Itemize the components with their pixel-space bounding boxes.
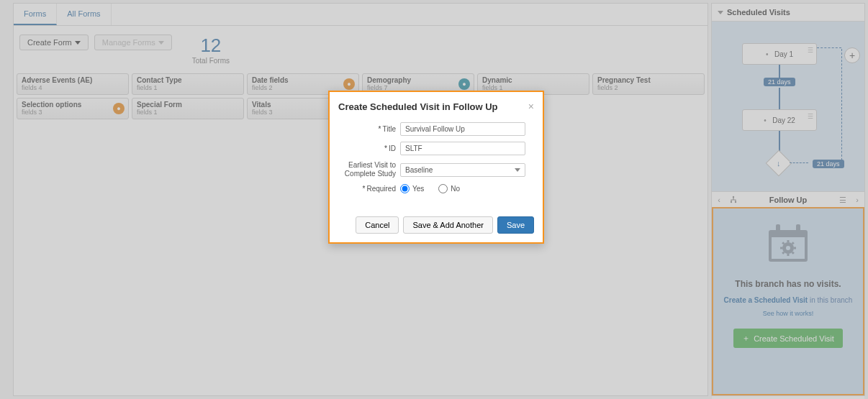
visit-node-day1[interactable]: • Day 1 ☰ — [742, 43, 817, 65]
svg-line-15 — [782, 252, 784, 254]
form-status-icon: ● — [458, 78, 470, 90]
form-name: Dynamic — [482, 76, 584, 84]
manage-forms-label: Manage Forms — [102, 38, 155, 47]
required-label: Required — [366, 185, 396, 193]
branch-prev-button[interactable]: ‹ — [712, 196, 726, 204]
form-name: Pregnancy Test — [597, 76, 700, 84]
required-no-radio[interactable]: No — [438, 184, 460, 193]
decision-diamond[interactable]: ↓ — [766, 150, 792, 177]
svg-line-14 — [792, 252, 794, 254]
svg-line-13 — [782, 242, 784, 244]
form-fields: fields 3 — [22, 109, 124, 116]
form-status-icon: ● — [343, 78, 355, 90]
form-card[interactable]: Contact Typefields 1 — [132, 73, 244, 95]
svg-point-0 — [733, 196, 734, 198]
form-name: Demography — [367, 76, 469, 84]
title-field[interactable] — [400, 122, 525, 136]
total-forms-count: 12 Total Forms — [192, 35, 230, 65]
form-fields: fields 2 — [597, 84, 700, 91]
earliest-label: Earliest Visit to Complete Study — [345, 161, 396, 178]
tabs: Forms All Forms — [14, 4, 707, 26]
bullet-icon: • — [764, 116, 771, 124]
menu-icon[interactable]: ☰ — [808, 47, 813, 54]
save-button[interactable]: Save — [497, 216, 534, 234]
empty-branch-message: This branch has no visits. — [735, 279, 841, 289]
form-name: Contact Type — [137, 76, 239, 84]
manage-forms-button[interactable]: Manage Forms — [94, 35, 172, 50]
create-visit-link[interactable]: Create a Scheduled Visit — [724, 296, 808, 304]
plus-button[interactable]: + — [844, 47, 860, 63]
visit-node-day22[interactable]: • Day 22 ☰ — [742, 109, 817, 131]
scheduled-visits-header[interactable]: Scheduled Visits — [712, 4, 864, 22]
save-add-another-button[interactable]: Save & Add Another — [403, 216, 492, 234]
branch-next-button[interactable]: › — [850, 196, 864, 204]
form-card[interactable]: Adverse Events (AE)fields 4 — [17, 73, 129, 95]
plus-icon: ＋ — [742, 333, 750, 344]
menu-icon[interactable]: ☰ — [808, 113, 813, 120]
form-card[interactable]: Selection optionsfields 3● — [17, 98, 129, 119]
svg-point-8 — [786, 246, 790, 250]
form-status-icon: ● — [113, 103, 125, 114]
create-form-label: Create Form — [27, 38, 72, 47]
title-label: Title — [382, 125, 396, 133]
form-name: Special Form — [137, 101, 239, 109]
visit-day22-label: Day 22 — [772, 116, 795, 124]
calendar-gear-icon — [763, 221, 813, 269]
form-fields: fields 1 — [137, 84, 239, 91]
chevron-down-icon — [515, 168, 520, 172]
close-icon[interactable]: × — [528, 101, 534, 112]
form-name: Adverse Events (AE) — [22, 76, 124, 84]
create-visit-hint: Create a Scheduled Visit in this branch — [724, 296, 853, 304]
branch-bar: ‹ Follow Up ☰ › — [712, 191, 864, 208]
days-badge-1: 21 days — [764, 78, 795, 86]
svg-line-16 — [792, 242, 794, 244]
count-number: 12 — [192, 35, 230, 57]
cancel-button[interactable]: Cancel — [356, 216, 399, 234]
create-visit-rest: in this branch — [808, 296, 852, 304]
svg-point-2 — [735, 201, 736, 203]
earliest-select[interactable]: Baseline — [400, 163, 525, 177]
count-label: Total Forms — [192, 57, 230, 65]
create-scheduled-visit-button[interactable]: ＋ Create Scheduled Visit — [733, 329, 843, 348]
required-yes-radio[interactable]: Yes — [400, 184, 424, 193]
no-label: No — [451, 185, 460, 193]
scheduled-visits-label: Scheduled Visits — [727, 8, 790, 17]
visits-panel: Scheduled Visits • Day 1 ☰ 21 days • Day… — [711, 3, 865, 396]
form-fields: fields 4 — [22, 84, 124, 91]
earliest-value: Baseline — [405, 166, 433, 174]
yes-label: Yes — [412, 185, 424, 193]
unscheduled-visits-header[interactable]: Unscheduled Visits & Events — [712, 395, 864, 399]
toolbar: Create Form Manage Forms 12 Total Forms — [14, 26, 707, 70]
chevron-down-icon — [158, 41, 164, 45]
form-card[interactable]: Pregnancy Testfields 2 — [592, 73, 705, 95]
bullet-icon: • — [766, 50, 773, 58]
tab-all-forms[interactable]: All Forms — [57, 4, 111, 25]
arrow-down-icon: ↓ — [777, 159, 781, 168]
collapse-icon — [718, 11, 723, 14]
svg-point-1 — [731, 201, 732, 203]
id-label: ID — [389, 145, 396, 152]
days-badge-2: 21 days — [813, 160, 844, 168]
chevron-down-icon — [75, 41, 81, 45]
csv-button-label: Create Scheduled Visit — [754, 334, 834, 343]
visit-day1-label: Day 1 — [774, 50, 793, 58]
svg-rect-5 — [776, 224, 780, 234]
form-name: Selection options — [22, 101, 124, 109]
see-how-link[interactable]: See how it works! — [763, 310, 814, 317]
schedule-diagram: • Day 1 ☰ 21 days • Day 22 ☰ ↓ 21 days + — [712, 22, 864, 191]
create-form-button[interactable]: Create Form — [19, 35, 89, 50]
id-field[interactable] — [400, 142, 525, 155]
followup-panel: This branch has no visits. Create a Sche… — [712, 207, 864, 395]
modal-title: Create Scheduled Visit in Follow Up — [338, 101, 498, 112]
create-scheduled-visit-modal: Create Scheduled Visit in Follow Up × *T… — [328, 91, 544, 244]
tree-icon[interactable] — [726, 196, 741, 204]
branch-menu-icon[interactable]: ☰ — [836, 196, 850, 205]
form-fields: fields 1 — [137, 109, 239, 116]
tab-forms[interactable]: Forms — [14, 4, 57, 25]
form-card[interactable]: Special Formfields 1 — [132, 98, 244, 119]
branch-title: Follow Up — [741, 196, 836, 204]
svg-rect-6 — [796, 224, 800, 234]
form-name: Date fields — [252, 76, 354, 84]
